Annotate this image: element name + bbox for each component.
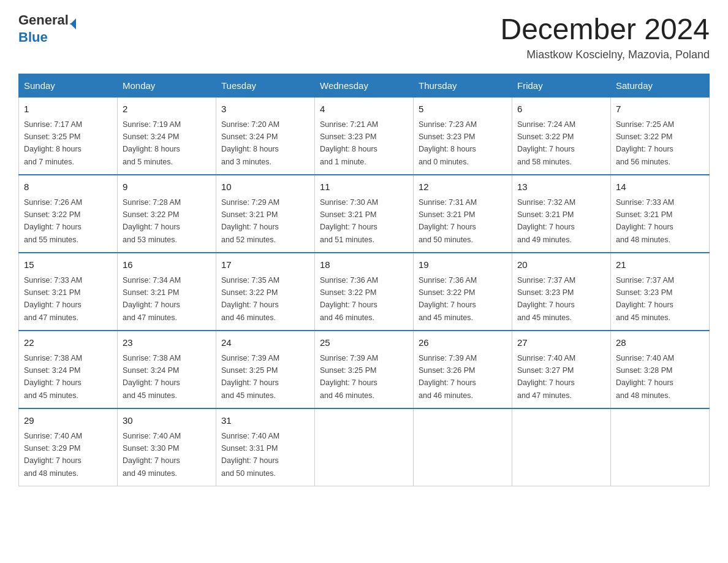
day-number: 19	[419, 258, 507, 272]
day-info: Sunrise: 7:33 AMSunset: 3:21 PMDaylight:…	[24, 276, 82, 322]
header-friday: Friday	[512, 74, 611, 98]
day-number: 13	[517, 180, 605, 194]
cell-week5-day3	[315, 408, 414, 486]
cell-week3-day4: 19 Sunrise: 7:36 AMSunset: 3:22 PMDaylig…	[414, 253, 512, 331]
cell-week5-day5	[512, 408, 611, 486]
cell-week2-day4: 12 Sunrise: 7:31 AMSunset: 3:21 PMDaylig…	[414, 175, 512, 253]
day-number: 12	[419, 180, 507, 194]
cell-week2-day5: 13 Sunrise: 7:32 AMSunset: 3:21 PMDaylig…	[512, 175, 611, 253]
day-info: Sunrise: 7:36 AMSunset: 3:22 PMDaylight:…	[320, 276, 378, 322]
day-number: 16	[123, 258, 211, 272]
cell-week3-day3: 18 Sunrise: 7:36 AMSunset: 3:22 PMDaylig…	[315, 253, 414, 331]
day-number: 2	[123, 102, 211, 117]
day-number: 21	[616, 258, 704, 272]
cell-week4-day4: 26 Sunrise: 7:39 AMSunset: 3:26 PMDaylig…	[414, 331, 512, 408]
cell-week1-day0: 1 Sunrise: 7:17 AMSunset: 3:25 PMDayligh…	[19, 98, 118, 175]
day-info: Sunrise: 7:20 AMSunset: 3:24 PMDaylight:…	[221, 120, 279, 166]
day-number: 25	[320, 336, 408, 350]
day-number: 8	[24, 180, 112, 194]
cell-week2-day2: 10 Sunrise: 7:29 AMSunset: 3:21 PMDaylig…	[216, 175, 315, 253]
day-number: 22	[24, 336, 112, 350]
day-number: 11	[320, 180, 408, 194]
day-info: Sunrise: 7:33 AMSunset: 3:21 PMDaylight:…	[616, 198, 674, 244]
cell-week2-day6: 14 Sunrise: 7:33 AMSunset: 3:21 PMDaylig…	[611, 175, 710, 253]
cell-week3-day0: 15 Sunrise: 7:33 AMSunset: 3:21 PMDaylig…	[19, 253, 118, 331]
day-number: 5	[419, 102, 507, 117]
cell-week4-day3: 25 Sunrise: 7:39 AMSunset: 3:25 PMDaylig…	[315, 331, 414, 408]
cell-week4-day1: 23 Sunrise: 7:38 AMSunset: 3:24 PMDaylig…	[118, 331, 216, 408]
day-number: 17	[221, 258, 309, 272]
day-info: Sunrise: 7:34 AMSunset: 3:21 PMDaylight:…	[123, 276, 181, 322]
logo-icon	[70, 18, 76, 29]
day-info: Sunrise: 7:38 AMSunset: 3:24 PMDaylight:…	[123, 354, 181, 400]
header-saturday: Saturday	[611, 74, 710, 98]
cell-week3-day5: 20 Sunrise: 7:37 AMSunset: 3:23 PMDaylig…	[512, 253, 611, 331]
day-number: 3	[221, 102, 309, 117]
day-number: 20	[517, 258, 605, 272]
day-info: Sunrise: 7:28 AMSunset: 3:22 PMDaylight:…	[123, 198, 181, 244]
day-number: 24	[221, 336, 309, 350]
cell-week1-day4: 5 Sunrise: 7:23 AMSunset: 3:23 PMDayligh…	[414, 98, 512, 175]
title-block: December 2024 Miastkow Koscielny, Mazovi…	[500, 12, 710, 61]
cell-week2-day0: 8 Sunrise: 7:26 AMSunset: 3:22 PMDayligh…	[19, 175, 118, 253]
day-info: Sunrise: 7:39 AMSunset: 3:25 PMDaylight:…	[221, 354, 279, 400]
day-info: Sunrise: 7:36 AMSunset: 3:22 PMDaylight:…	[419, 276, 477, 322]
day-info: Sunrise: 7:19 AMSunset: 3:24 PMDaylight:…	[123, 120, 181, 166]
calendar-table: Sunday Monday Tuesday Wednesday Thursday…	[18, 74, 710, 486]
day-info: Sunrise: 7:40 AMSunset: 3:30 PMDaylight:…	[123, 432, 181, 478]
header-wednesday: Wednesday	[315, 74, 414, 98]
cell-week4-day2: 24 Sunrise: 7:39 AMSunset: 3:25 PMDaylig…	[216, 331, 315, 408]
week-row-4: 22 Sunrise: 7:38 AMSunset: 3:24 PMDaylig…	[19, 331, 710, 408]
day-number: 4	[320, 102, 408, 117]
week-row-5: 29 Sunrise: 7:40 AMSunset: 3:29 PMDaylig…	[19, 408, 710, 486]
day-info: Sunrise: 7:32 AMSunset: 3:21 PMDaylight:…	[517, 198, 575, 244]
cell-week1-day1: 2 Sunrise: 7:19 AMSunset: 3:24 PMDayligh…	[118, 98, 216, 175]
day-info: Sunrise: 7:30 AMSunset: 3:21 PMDaylight:…	[320, 198, 378, 244]
week-row-1: 1 Sunrise: 7:17 AMSunset: 3:25 PMDayligh…	[19, 98, 710, 175]
cell-week1-day2: 3 Sunrise: 7:20 AMSunset: 3:24 PMDayligh…	[216, 98, 315, 175]
location-subtitle: Miastkow Koscielny, Mazovia, Poland	[500, 48, 710, 61]
day-number: 1	[24, 102, 112, 117]
cell-week5-day0: 29 Sunrise: 7:40 AMSunset: 3:29 PMDaylig…	[19, 408, 118, 486]
cell-week3-day6: 21 Sunrise: 7:37 AMSunset: 3:23 PMDaylig…	[611, 253, 710, 331]
day-number: 18	[320, 258, 408, 272]
day-number: 14	[616, 180, 704, 194]
day-info: Sunrise: 7:38 AMSunset: 3:24 PMDaylight:…	[24, 354, 82, 400]
day-info: Sunrise: 7:35 AMSunset: 3:22 PMDaylight:…	[221, 276, 279, 322]
day-info: Sunrise: 7:37 AMSunset: 3:23 PMDaylight:…	[517, 276, 575, 322]
day-number: 6	[517, 102, 605, 117]
day-info: Sunrise: 7:23 AMSunset: 3:23 PMDaylight:…	[419, 120, 477, 166]
day-number: 30	[123, 414, 211, 428]
day-info: Sunrise: 7:24 AMSunset: 3:22 PMDaylight:…	[517, 120, 575, 166]
logo: General Blue	[18, 12, 76, 45]
day-number: 29	[24, 414, 112, 428]
cell-week1-day5: 6 Sunrise: 7:24 AMSunset: 3:22 PMDayligh…	[512, 98, 611, 175]
cell-week5-day2: 31 Sunrise: 7:40 AMSunset: 3:31 PMDaylig…	[216, 408, 315, 486]
day-info: Sunrise: 7:37 AMSunset: 3:23 PMDaylight:…	[616, 276, 674, 322]
page-header: General Blue December 2024 Miastkow Kosc…	[18, 12, 710, 61]
day-info: Sunrise: 7:40 AMSunset: 3:27 PMDaylight:…	[517, 354, 575, 400]
day-info: Sunrise: 7:40 AMSunset: 3:31 PMDaylight:…	[221, 432, 279, 478]
day-number: 10	[221, 180, 309, 194]
cell-week4-day0: 22 Sunrise: 7:38 AMSunset: 3:24 PMDaylig…	[19, 331, 118, 408]
day-number: 28	[616, 336, 704, 350]
cell-week2-day1: 9 Sunrise: 7:28 AMSunset: 3:22 PMDayligh…	[118, 175, 216, 253]
day-info: Sunrise: 7:25 AMSunset: 3:22 PMDaylight:…	[616, 120, 674, 166]
day-info: Sunrise: 7:40 AMSunset: 3:28 PMDaylight:…	[616, 354, 674, 400]
header-thursday: Thursday	[414, 74, 512, 98]
cell-week5-day4	[414, 408, 512, 486]
cell-week4-day5: 27 Sunrise: 7:40 AMSunset: 3:27 PMDaylig…	[512, 331, 611, 408]
day-info: Sunrise: 7:39 AMSunset: 3:26 PMDaylight:…	[419, 354, 477, 400]
calendar-header-row: Sunday Monday Tuesday Wednesday Thursday…	[19, 74, 710, 98]
header-tuesday: Tuesday	[216, 74, 315, 98]
logo-text: General Blue	[18, 12, 76, 45]
day-number: 27	[517, 336, 605, 350]
day-number: 7	[616, 102, 704, 117]
cell-week2-day3: 11 Sunrise: 7:30 AMSunset: 3:21 PMDaylig…	[315, 175, 414, 253]
cell-week3-day1: 16 Sunrise: 7:34 AMSunset: 3:21 PMDaylig…	[118, 253, 216, 331]
cell-week1-day3: 4 Sunrise: 7:21 AMSunset: 3:23 PMDayligh…	[315, 98, 414, 175]
week-row-3: 15 Sunrise: 7:33 AMSunset: 3:21 PMDaylig…	[19, 253, 710, 331]
day-number: 23	[123, 336, 211, 350]
cell-week5-day6	[611, 408, 710, 486]
header-monday: Monday	[118, 74, 216, 98]
